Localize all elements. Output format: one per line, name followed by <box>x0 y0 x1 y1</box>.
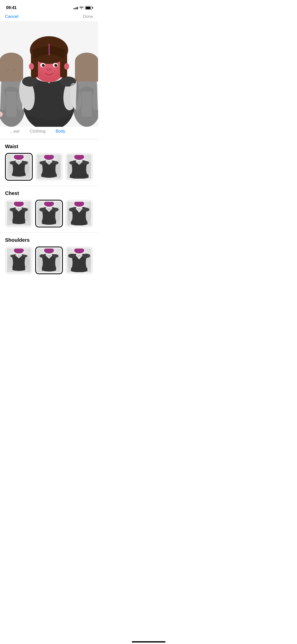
waist-title: Waist <box>5 144 93 149</box>
waist-option-2[interactable] <box>35 153 63 181</box>
svg-point-35 <box>53 67 53 67</box>
avatar-right <box>70 36 98 127</box>
avatar-preview <box>0 21 98 127</box>
svg-point-73 <box>22 208 28 211</box>
chest-option-2[interactable] <box>35 200 63 227</box>
waist-section: Waist <box>0 139 98 186</box>
shoulders-option-3[interactable] <box>65 247 93 274</box>
tab-headwear[interactable]: ...ear <box>5 127 25 136</box>
svg-point-51 <box>10 161 16 165</box>
chest-options-grid <box>5 200 93 232</box>
svg-point-33 <box>43 69 44 69</box>
tab-bar: ...ear Clothing Body <box>0 127 98 139</box>
waist-options-grid <box>5 153 93 186</box>
svg-point-59 <box>52 161 58 165</box>
svg-point-88 <box>79 208 80 209</box>
svg-point-32 <box>40 67 41 68</box>
chest-option-3[interactable] <box>65 200 93 227</box>
tab-body[interactable]: Body <box>51 127 70 136</box>
svg-point-100 <box>40 254 46 258</box>
battery-icon <box>85 6 92 10</box>
status-icons <box>73 6 92 10</box>
svg-point-27 <box>44 64 45 65</box>
chest-option-1[interactable] <box>5 200 33 227</box>
done-button[interactable]: Done <box>83 14 93 19</box>
svg-point-67 <box>79 161 80 162</box>
svg-point-52 <box>22 161 28 165</box>
chest-title: Chest <box>5 190 93 196</box>
waist-option-1[interactable] <box>5 153 33 181</box>
svg-point-107 <box>68 254 76 258</box>
shoulders-options-grid <box>5 247 93 279</box>
svg-point-101 <box>52 254 58 258</box>
nav-bar: Cancel Done <box>0 12 98 21</box>
chest-section: Chest <box>0 186 98 232</box>
svg-point-79 <box>39 208 46 212</box>
svg-point-81 <box>49 208 50 209</box>
svg-point-86 <box>69 208 76 212</box>
wifi-icon <box>79 6 83 10</box>
svg-point-30 <box>47 69 49 71</box>
svg-point-102 <box>49 255 50 256</box>
svg-point-37 <box>57 67 58 68</box>
svg-point-109 <box>79 255 80 256</box>
svg-point-72 <box>10 208 16 211</box>
svg-point-31 <box>50 69 52 71</box>
svg-point-65 <box>69 161 76 165</box>
svg-point-80 <box>52 208 59 212</box>
shoulders-section: Shoulders <box>0 233 98 279</box>
svg-point-94 <box>22 255 27 257</box>
svg-point-28 <box>57 64 57 65</box>
svg-rect-46 <box>75 61 98 82</box>
svg-point-74 <box>18 208 19 209</box>
svg-point-87 <box>82 208 89 212</box>
shoulders-option-1[interactable] <box>5 247 33 274</box>
svg-point-66 <box>83 161 89 165</box>
body-customization-content: Waist <box>0 139 98 279</box>
cancel-button[interactable]: Cancel <box>5 14 18 19</box>
shoulders-option-2[interactable] <box>35 247 63 274</box>
waist-option-3[interactable] <box>65 153 93 181</box>
svg-point-38 <box>29 63 34 70</box>
tab-clothing[interactable]: Clothing <box>25 127 51 136</box>
svg-point-60 <box>49 161 50 162</box>
svg-point-93 <box>10 255 15 257</box>
svg-point-34 <box>45 67 46 67</box>
svg-point-39 <box>64 63 69 70</box>
svg-point-53 <box>18 161 19 162</box>
status-time: 09:41 <box>6 5 17 10</box>
signal-icon <box>73 6 78 9</box>
shoulders-title: Shoulders <box>5 237 93 243</box>
svg-point-7 <box>7 69 9 71</box>
svg-point-12 <box>22 76 38 87</box>
status-bar: 09:41 <box>0 0 98 12</box>
svg-point-58 <box>40 161 46 165</box>
svg-point-108 <box>82 254 90 258</box>
svg-point-95 <box>18 255 19 256</box>
svg-point-36 <box>55 69 56 69</box>
